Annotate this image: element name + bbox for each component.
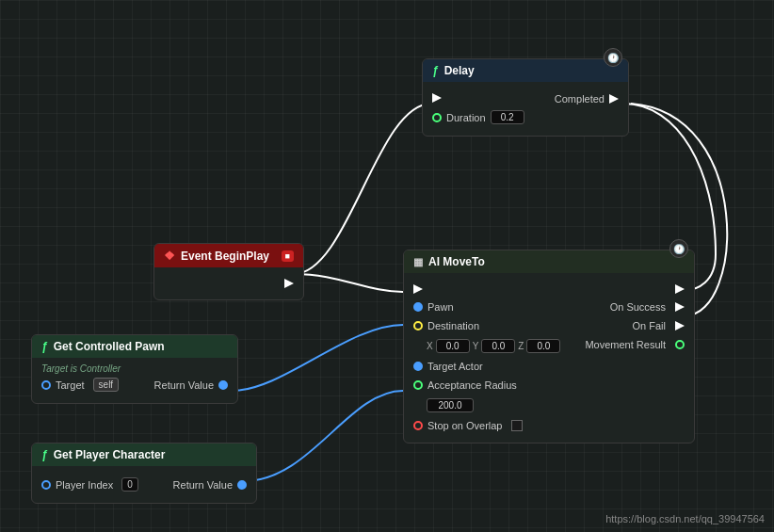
target-actor-label: Target Actor <box>427 361 483 372</box>
event-header: ❖ Event BeginPlay ■ <box>154 244 303 267</box>
gcp-self-badge: self <box>93 378 120 392</box>
ai-exec-out-pin[interactable] <box>675 284 685 294</box>
completed-pin[interactable] <box>609 94 619 104</box>
ai-moveto-node: 🕐 ▦ AI MoveTo Pawn Destination X <box>403 250 695 443</box>
gpc-return-label: Return Value <box>173 479 233 491</box>
ai-on-success-row: On Success <box>610 301 685 313</box>
ai-on-fail-row: On Fail <box>633 320 685 331</box>
delay-body: Duration Completed <box>423 82 628 136</box>
gpc-return-pin[interactable] <box>237 480 247 490</box>
ai-destination-row: Destination <box>413 320 560 331</box>
delay-completed-row: Completed <box>555 93 619 105</box>
gpc-index-label: Player Index <box>56 479 113 491</box>
stop-overlap-pin[interactable] <box>413 421 423 430</box>
url-watermark: https://blog.csdn.net/qq_39947564 <box>605 513 765 524</box>
target-actor-pin[interactable] <box>413 362 423 371</box>
duration-input[interactable] <box>491 110 524 124</box>
ai-exec-pin[interactable] <box>413 284 423 294</box>
event-beginplay-node: ❖ Event BeginPlay ■ <box>153 243 304 300</box>
duration-label: Duration <box>446 112 486 123</box>
gpc-index-val: 0 <box>121 477 138 492</box>
gpc-index-pin[interactable] <box>41 480 51 490</box>
gcp-body: Target is Controller Target self Return … <box>32 358 237 403</box>
gcp-header: ƒ Get Controlled Pawn <box>32 335 237 358</box>
exec-in-pin[interactable] <box>432 93 442 103</box>
gcp-return-pin[interactable] <box>218 380 228 390</box>
acceptance-label: Acceptance Radius <box>427 379 517 391</box>
ai-target-actor-row: Target Actor <box>413 361 560 372</box>
ai-movement-result-row: Movement Result <box>585 339 685 350</box>
ai-title: AI MoveTo <box>428 255 485 268</box>
on-success-label: On Success <box>610 301 666 313</box>
gpc-index-row: Player Index 0 Return Value <box>41 477 247 492</box>
get-player-character-node: ƒ Get Player Character Player Index 0 Re… <box>31 443 257 504</box>
event-body <box>154 267 303 299</box>
duration-pin[interactable] <box>432 113 442 122</box>
event-badge: ■ <box>282 250 294 262</box>
delay-node: 🕐 ƒ Delay Duration Completed <box>422 58 629 137</box>
ai-body: Pawn Destination X Y Z Target Actor <box>404 273 694 443</box>
gcp-subtitle: Target is Controller <box>41 363 228 374</box>
ai-stop-overlap-row: Stop on Overlap <box>413 420 560 431</box>
event-exec-out <box>164 279 294 288</box>
ai-destination-xyz: X Y Z <box>427 339 560 353</box>
gcp-title: Get Controlled Pawn <box>54 340 165 353</box>
acceptance-input[interactable] <box>427 398 474 412</box>
exec-out-pin[interactable] <box>284 279 294 288</box>
delay-header: ƒ Delay <box>423 59 628 82</box>
ai-exec-out <box>675 284 685 294</box>
delay-exec-in <box>432 93 524 103</box>
ai-header: ▦ AI MoveTo <box>404 250 694 273</box>
gcp-target-row: Target self Return Value <box>41 378 228 392</box>
dest-z-input[interactable] <box>526 339 560 353</box>
ai-icon: ▦ <box>413 256 423 268</box>
get-controlled-pawn-node: ƒ Get Controlled Pawn Target is Controll… <box>31 334 238 404</box>
gpc-body: Player Index 0 Return Value <box>32 466 256 503</box>
ai-exec-in <box>413 284 560 294</box>
pawn-pin[interactable] <box>413 302 423 312</box>
gcp-target-pin[interactable] <box>41 380 51 390</box>
pawn-label: Pawn <box>427 301 454 313</box>
stop-overlap-checkbox[interactable] <box>511 420 523 431</box>
on-fail-label: On Fail <box>633 320 666 331</box>
gpc-title: Get Player Character <box>54 448 166 461</box>
ai-acceptance-row: Acceptance Radius <box>413 379 560 391</box>
movement-result-label: Movement Result <box>585 339 666 350</box>
event-icon: ❖ <box>164 249 175 263</box>
destination-label: Destination <box>427 320 479 331</box>
event-title: Event BeginPlay <box>181 250 269 263</box>
destination-pin[interactable] <box>413 321 423 330</box>
on-success-pin[interactable] <box>675 302 685 312</box>
acceptance-pin[interactable] <box>413 380 423 390</box>
ai-clock-icon: 🕐 <box>669 239 688 258</box>
delay-title: Delay <box>444 64 475 77</box>
stop-overlap-label: Stop on Overlap <box>427 420 503 431</box>
delay-duration-row: Duration <box>432 110 524 124</box>
ai-pawn-row: Pawn <box>413 301 560 313</box>
on-fail-pin[interactable] <box>675 321 685 330</box>
ai-acceptance-val <box>427 398 560 412</box>
clock-icon: 🕐 <box>604 48 622 67</box>
gpc-header: ƒ Get Player Character <box>32 443 256 466</box>
gcp-target-label: Target <box>56 379 85 391</box>
dest-x-input[interactable] <box>436 339 470 353</box>
dest-y-input[interactable] <box>481 339 515 353</box>
movement-result-pin[interactable] <box>675 340 685 349</box>
gcp-return-label: Return Value <box>154 379 214 391</box>
completed-label: Completed <box>555 93 605 105</box>
